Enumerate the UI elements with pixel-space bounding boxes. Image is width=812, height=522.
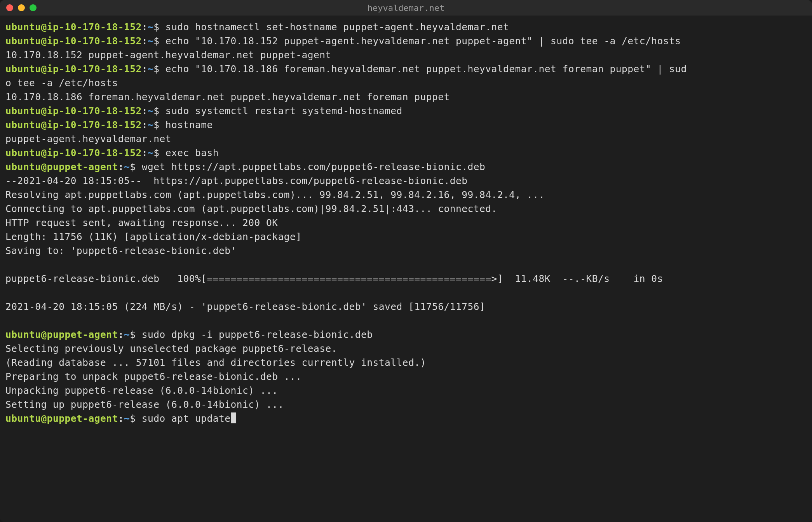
prompt-symbol: $ (130, 329, 136, 340)
colon: : (142, 119, 148, 130)
command: wget https://apt.puppetlabs.com/puppet6-… (136, 161, 486, 172)
user-host: ubuntu@ip-10-170-18-152 (5, 105, 142, 117)
output-line: Length: 11756 (11K) [application/x-debia… (5, 230, 807, 244)
user-host: ubuntu@ip-10-170-18-152 (5, 147, 142, 158)
command: echo "10.170.18.152 puppet-agent.heyvald… (160, 35, 681, 47)
output-line: HTTP request sent, awaiting response... … (5, 216, 807, 230)
command: exec bash (160, 147, 219, 158)
colon: : (142, 63, 148, 75)
path: ~ (148, 21, 153, 33)
progress-line: puppet6-release-bionic.deb 100%[========… (5, 272, 807, 286)
command: sudo dpkg -i puppet6-release-bionic.deb (136, 329, 373, 340)
colon: : (118, 161, 124, 172)
prompt-line: ubuntu@ip-10-170-18-152:~$ sudo hostname… (5, 20, 807, 34)
close-icon[interactable] (6, 4, 13, 11)
command: sudo hostnamectl set-hostname puppet-age… (160, 21, 509, 33)
output-line: Setting up puppet6-release (6.0.0-14bion… (5, 398, 807, 412)
prompt-symbol: $ (153, 119, 159, 130)
output-line: (Reading database ... 57101 files and di… (5, 356, 807, 370)
colon: : (142, 35, 148, 47)
minimize-icon[interactable] (18, 4, 25, 11)
path: ~ (124, 413, 130, 424)
user-host: ubuntu@ip-10-170-18-152 (5, 21, 142, 33)
output-line: --2021-04-20 18:15:05-- https://apt.pupp… (5, 174, 807, 188)
path: ~ (148, 63, 153, 75)
prompt-line-active[interactable]: ubuntu@puppet-agent:~$ sudo apt update (5, 412, 807, 426)
command: sudo systemctl restart systemd-hostnamed (160, 105, 403, 117)
prompt-line: ubuntu@puppet-agent:~$ sudo dpkg -i pupp… (5, 328, 807, 342)
user-host: ubuntu@ip-10-170-18-152 (5, 119, 142, 130)
prompt-line: ubuntu@ip-10-170-18-152:~$ exec bash (5, 146, 807, 160)
output-line: Selecting previously unselected package … (5, 342, 807, 356)
prompt-symbol: $ (153, 147, 159, 158)
path: ~ (124, 329, 130, 340)
path: ~ (124, 161, 130, 172)
user-host: ubuntu@ip-10-170-18-152 (5, 35, 142, 47)
command-input[interactable]: sudo apt update (136, 413, 231, 424)
user-host: ubuntu@puppet-agent (5, 329, 118, 340)
output-line: Preparing to unpack puppet6-release-bion… (5, 370, 807, 384)
path: ~ (148, 35, 153, 47)
prompt-symbol: $ (153, 63, 159, 75)
prompt-line: ubuntu@ip-10-170-18-152:~$ echo "10.170.… (5, 34, 807, 48)
window-title: heyvaldemar.net (368, 3, 445, 13)
user-host: ubuntu@puppet-agent (5, 161, 118, 172)
prompt-line: ubuntu@ip-10-170-18-152:~$ sudo systemct… (5, 104, 807, 118)
user-host: ubuntu@ip-10-170-18-152 (5, 63, 142, 75)
traffic-lights (6, 4, 37, 11)
terminal-window: heyvaldemar.net ubuntu@ip-10-170-18-152:… (0, 0, 812, 522)
output-line: puppet-agent.heyvaldemar.net (5, 132, 807, 146)
prompt-symbol: $ (130, 413, 136, 424)
prompt-symbol: $ (153, 21, 159, 33)
colon: : (142, 105, 148, 117)
prompt-line: ubuntu@puppet-agent:~$ wget https://apt.… (5, 160, 807, 174)
user-host: ubuntu@puppet-agent (5, 413, 118, 424)
prompt-symbol: $ (130, 161, 136, 172)
path: ~ (148, 119, 153, 130)
output-line: Unpacking puppet6-release (6.0.0-14bioni… (5, 384, 807, 398)
output-line: Saving to: 'puppet6-release-bionic.deb' (5, 244, 807, 258)
blank-line (5, 314, 807, 328)
prompt-line: ubuntu@ip-10-170-18-152:~$ hostname (5, 118, 807, 132)
path: ~ (148, 147, 153, 158)
colon: : (142, 21, 148, 33)
prompt-line: ubuntu@ip-10-170-18-152:~$ echo "10.170.… (5, 62, 807, 76)
output-line: Resolving apt.puppetlabs.com (apt.puppet… (5, 188, 807, 202)
blank-line (5, 286, 807, 300)
output-line: 2021-04-20 18:15:05 (224 MB/s) - 'puppet… (5, 300, 807, 314)
output-line: 10.170.18.186 foreman.heyvaldemar.net pu… (5, 90, 807, 104)
output-line: 10.170.18.152 puppet-agent.heyvaldemar.n… (5, 48, 807, 62)
command: echo "10.170.18.186 foreman.heyvaldemar.… (160, 63, 687, 75)
cursor-icon (231, 412, 236, 423)
prompt-symbol: $ (153, 105, 159, 117)
colon: : (142, 147, 148, 158)
path: ~ (148, 105, 153, 117)
command-wrap: o tee -a /etc/hosts (5, 76, 807, 90)
colon: : (118, 329, 124, 340)
title-bar: heyvaldemar.net (0, 0, 812, 16)
blank-line (5, 258, 807, 272)
output-line: Connecting to apt.puppetlabs.com (apt.pu… (5, 202, 807, 216)
command: hostname (160, 119, 213, 130)
maximize-icon[interactable] (30, 4, 37, 11)
terminal-body[interactable]: ubuntu@ip-10-170-18-152:~$ sudo hostname… (0, 16, 812, 522)
prompt-symbol: $ (153, 35, 159, 47)
colon: : (118, 413, 124, 424)
